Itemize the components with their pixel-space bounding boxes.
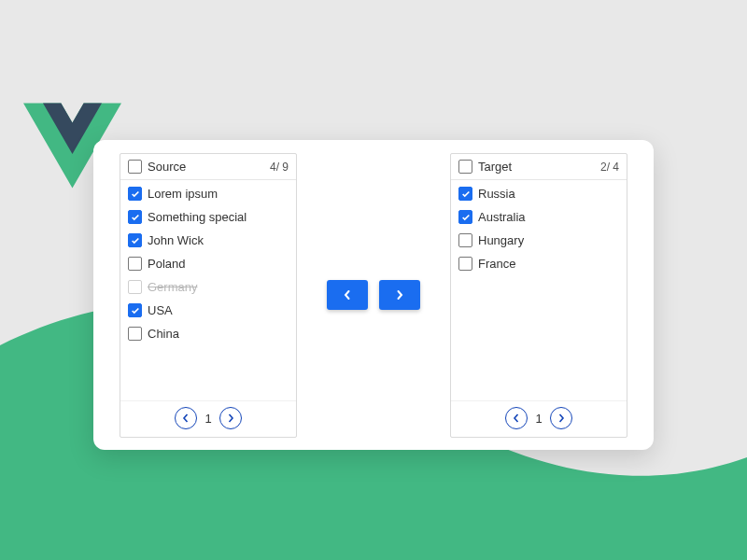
item-label: Hungary <box>478 233 524 247</box>
transfer-buttons <box>327 280 420 310</box>
target-page-number: 1 <box>535 412 542 426</box>
checkbox-icon[interactable] <box>128 303 142 317</box>
checkbox-icon[interactable] <box>128 187 142 201</box>
item-label: Poland <box>148 257 185 271</box>
source-page-number: 1 <box>204 412 211 426</box>
source-title: Source <box>148 160 186 174</box>
checkbox-icon[interactable] <box>128 210 142 224</box>
checkbox-icon[interactable] <box>128 257 142 271</box>
target-count: 2/ 4 <box>600 161 619 174</box>
checkbox-icon[interactable] <box>458 233 472 247</box>
target-prev-button[interactable] <box>505 407 528 429</box>
item-label: Germany <box>148 280 197 294</box>
chevron-left-icon <box>513 413 520 423</box>
item-label: Something special <box>148 210 247 224</box>
transfer-card: Source 4/ 9 Lorem ipsumSomething special… <box>93 140 654 450</box>
list-item[interactable]: Something special <box>120 205 296 229</box>
target-select-all-checkbox[interactable] <box>458 160 472 174</box>
list-item[interactable]: Hungary <box>451 229 627 252</box>
source-select-all-checkbox[interactable] <box>128 160 142 174</box>
item-label: Australia <box>478 210 526 224</box>
source-header: Source 4/ 9 <box>120 154 296 180</box>
list-item: Germany <box>120 275 296 299</box>
source-prev-button[interactable] <box>175 407 197 429</box>
target-pager: 1 <box>451 400 627 437</box>
checkbox-icon[interactable] <box>458 187 472 201</box>
checkbox-icon[interactable] <box>128 233 142 247</box>
target-next-button[interactable] <box>550 407 572 429</box>
source-next-button[interactable] <box>219 407 242 429</box>
checkbox-icon[interactable] <box>128 327 142 341</box>
list-item[interactable]: Russia <box>451 182 627 205</box>
list-item[interactable]: USA <box>120 299 296 322</box>
target-panel: Target 2/ 4 RussiaAustraliaHungaryFrance… <box>450 153 627 438</box>
item-label: USA <box>148 303 173 317</box>
target-header: Target 2/ 4 <box>451 154 627 180</box>
chevron-left-icon <box>343 289 352 301</box>
source-pager: 1 <box>120 400 296 437</box>
target-title: Target <box>478 160 512 174</box>
chevron-right-icon <box>395 289 404 301</box>
move-right-button[interactable] <box>379 280 420 310</box>
list-item[interactable]: Poland <box>120 252 296 275</box>
checkbox-icon[interactable] <box>458 210 472 224</box>
list-item[interactable]: Australia <box>451 205 627 229</box>
chevron-left-icon <box>182 413 190 423</box>
chevron-right-icon <box>557 413 565 423</box>
checkbox-icon <box>128 280 142 294</box>
source-count: 4/ 9 <box>270 161 289 174</box>
list-item[interactable]: France <box>451 252 627 275</box>
item-label: Russia <box>478 187 515 201</box>
checkbox-icon[interactable] <box>458 257 472 271</box>
item-label: Lorem ipsum <box>148 187 218 201</box>
chevron-right-icon <box>227 413 234 423</box>
move-left-button[interactable] <box>327 280 368 310</box>
item-label: China <box>148 327 179 341</box>
source-panel: Source 4/ 9 Lorem ipsumSomething special… <box>120 153 297 438</box>
list-item[interactable]: John Wick <box>120 229 296 252</box>
target-list: RussiaAustraliaHungaryFrance <box>451 180 627 400</box>
item-label: France <box>478 257 515 271</box>
list-item[interactable]: China <box>120 322 296 345</box>
list-item[interactable]: Lorem ipsum <box>120 182 296 205</box>
item-label: John Wick <box>148 233 204 247</box>
source-list: Lorem ipsumSomething specialJohn WickPol… <box>120 180 296 400</box>
